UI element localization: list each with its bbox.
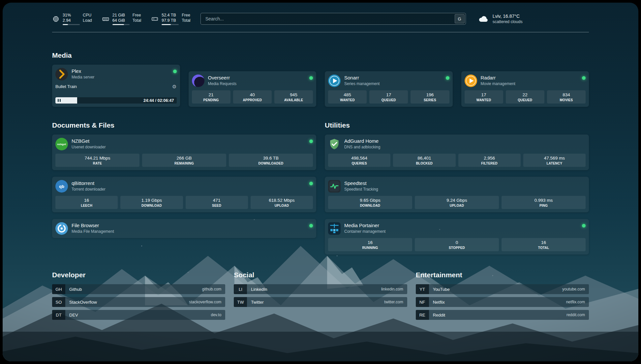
- stat-label: WANTED: [329, 98, 365, 102]
- stats-row: 16 RUNNING 0 STOPPED 16 TOTAL: [328, 238, 586, 251]
- playback-time: 24:44 / 02:06:47: [143, 97, 174, 104]
- pause-icon[interactable]: [58, 99, 61, 102]
- bookmark-netflix[interactable]: NF Netflix netflix.com: [416, 297, 589, 307]
- cpu-widget: 31% 2.94 CPU Load: [52, 13, 92, 25]
- service-card-sonarr[interactable]: Sonarr Series management 485 WANTED 17 Q…: [325, 71, 453, 107]
- section-title-entertainment: Entertainment: [416, 271, 589, 279]
- stat-pending: 21 PENDING: [192, 90, 230, 104]
- overseerr-icon: [192, 75, 204, 87]
- middle-columns: Documents & Files nzbget NZBGet Usenet d…: [52, 121, 589, 255]
- stat-value: 22: [507, 92, 543, 97]
- service-card-qbittorrent[interactable]: qb qBittorrent Torrent downloader 16 LEE…: [52, 177, 316, 212]
- service-card-overseerr[interactable]: Overseerr Media Requests 21 PENDING 40 A…: [189, 71, 317, 107]
- service-card-radarr[interactable]: Radarr Movie management 17 WANTED 22 QUE…: [461, 71, 589, 107]
- bookmark-linkedin[interactable]: LI LinkedIn linkedin.com: [234, 284, 407, 294]
- bookmark-github[interactable]: GH Github github.com: [52, 284, 225, 294]
- section-media: Media Plex Media server: [52, 51, 589, 107]
- dashboard-content: 31% 2.94 CPU Load 21 GiB: [3, 3, 638, 323]
- service-card-plex[interactable]: Plex Media server Bullet Train ⚙ 24:44 /…: [52, 65, 180, 107]
- stat-label: FILTERED: [460, 162, 519, 165]
- media-grid: Plex Media server Bullet Train ⚙ 24:44 /…: [52, 65, 589, 107]
- bookmark-reddit[interactable]: RE Reddit reddit.com: [416, 310, 589, 320]
- stat-label: RATE: [57, 162, 138, 165]
- bookmark-abbr: SO: [52, 297, 65, 307]
- service-card-speedtest[interactable]: Speedtest Speedtest Tracking 9.65 Gbps D…: [325, 177, 589, 212]
- stat-value: 618.52 Mbps: [252, 198, 312, 203]
- disk-free: 52.4 TB: [162, 13, 179, 18]
- stat-label: TOTAL: [503, 246, 584, 250]
- bookmark-dev[interactable]: DT DEV dev.to: [52, 310, 225, 320]
- service-card-nzbget[interactable]: nzbget NZBGet Usenet downloader 744.21 M…: [52, 135, 316, 170]
- bookmark-abbr: TW: [234, 297, 247, 307]
- stat-value: 266 GB: [143, 156, 225, 161]
- stat-label: RUNNING: [329, 246, 411, 250]
- stat-leech: 16 LEECH: [55, 196, 118, 209]
- service-title: Sonarr: [344, 75, 380, 80]
- cpu-meter: [63, 24, 80, 25]
- bookmark-url: dev.to: [211, 313, 226, 317]
- stat-label: QUEUED: [371, 98, 407, 102]
- bookmark-name: Reddit: [429, 313, 445, 318]
- top-bar: 31% 2.94 CPU Load 21 GiB: [52, 11, 589, 26]
- bookmark-url: reddit.com: [566, 313, 589, 317]
- disk-meter: [162, 24, 179, 25]
- stat-value: 16: [503, 240, 584, 245]
- stat-value: 21: [193, 92, 229, 97]
- stat-running: 16 RUNNING: [328, 238, 412, 251]
- cpu-icon: [52, 15, 60, 23]
- service-card-portainer[interactable]: Media Portainer Container management 16 …: [325, 219, 589, 255]
- nzbget-icon: nzbget: [55, 138, 68, 150]
- section-utilities: Utilities: [325, 121, 589, 255]
- bookmark-abbr: YT: [416, 284, 429, 294]
- bookmark-abbr: LI: [234, 284, 247, 294]
- disk-label-top: Free: [182, 13, 190, 18]
- disk-total: 97.9 TB: [162, 18, 179, 23]
- bookmark-youtube[interactable]: YT YouTube youtube.com: [416, 284, 589, 294]
- bookmark-name: Netflix: [429, 300, 445, 305]
- bookmark-twitter[interactable]: TW Twitter twitter.com: [234, 297, 407, 307]
- stat-download: 9.65 Gbps DOWNLOAD: [328, 196, 412, 209]
- search-input[interactable]: [201, 13, 454, 24]
- stat-seed: 471 SEED: [186, 196, 248, 209]
- bookmark-stackoverflow[interactable]: SO StackOverflow stackoverflow.com: [52, 297, 225, 307]
- ram-meter: [112, 24, 130, 25]
- bookmark-name: YouTube: [429, 287, 450, 292]
- stat-value: 945: [276, 92, 312, 97]
- weather-widget: Lviv, 16.87°C scattered clouds: [478, 13, 523, 24]
- stat-series: 196 SERIES: [411, 90, 449, 104]
- stats-row: 485 WANTED 17 QUEUED 196 SERIES: [328, 90, 449, 104]
- stat-label: STOPPED: [416, 246, 498, 250]
- service-subtitle: Speedtest Tracking: [344, 187, 378, 192]
- service-card-filebrowser[interactable]: File Browser Media File Management: [52, 219, 316, 238]
- bookmark-abbr: DT: [52, 310, 65, 320]
- stats-row: 17 WANTED 22 QUEUED 834 MOVIES: [465, 90, 586, 104]
- stat-label: BLOCKED: [394, 162, 454, 165]
- gear-icon[interactable]: ⚙: [172, 84, 176, 89]
- stat-label: UPLOAD: [252, 204, 312, 207]
- stats-row: 498,564 QUERIES 86,401 BLOCKED 2,956 FIL…: [328, 154, 586, 167]
- weather-condition: scattered clouds: [493, 19, 523, 24]
- stat-upload: 9.24 Gbps UPLOAD: [415, 196, 499, 209]
- weather-text: Lviv, 16.87°C scattered clouds: [493, 13, 523, 24]
- stat-value: 834: [548, 92, 584, 97]
- stat-filtered: 2,956 FILTERED: [458, 154, 521, 167]
- status-dot: [309, 139, 313, 143]
- portainer-icon: [328, 222, 341, 235]
- radarr-icon: [465, 75, 477, 87]
- search-provider-button[interactable]: G: [455, 14, 465, 23]
- stat-download: 1.19 Gbps DOWNLOAD: [120, 196, 183, 209]
- section-title-social: Social: [234, 271, 407, 279]
- stat-value: 40: [234, 92, 270, 97]
- section-title-media: Media: [52, 51, 589, 59]
- stat-remaining: 266 GB REMAINING: [142, 154, 226, 167]
- bookmark-url: netflix.com: [566, 300, 589, 304]
- service-subtitle: Media Requests: [208, 81, 237, 86]
- stat-label: SERIES: [412, 98, 448, 102]
- stat-value: 0.993 ms: [503, 198, 584, 203]
- service-card-adguard[interactable]: AdGuard Home DNS and adblocking 498,564 …: [325, 135, 589, 170]
- section-developer: Developer GH Github github.com SO StackO…: [52, 271, 225, 323]
- section-title-developer: Developer: [52, 271, 225, 279]
- stat-value: 471: [187, 198, 247, 203]
- service-subtitle: Movie management: [481, 81, 515, 86]
- stat-queries: 498,564 QUERIES: [328, 154, 390, 167]
